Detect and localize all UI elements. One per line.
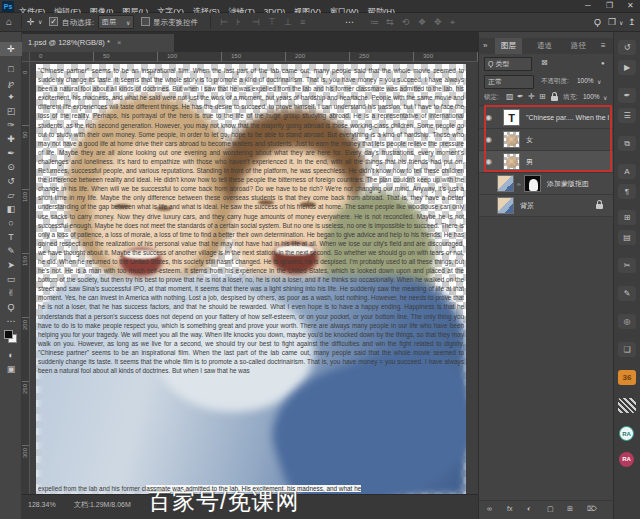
target-icon[interactable]: ⌖ — [450, 13, 455, 31]
swap-icon[interactable]: ⇆ — [386, 13, 394, 31]
pen-tool[interactable]: ✎ — [0, 244, 22, 258]
layer-row-background[interactable]: 背景 — [479, 195, 614, 217]
more-tools-icon[interactable]: ⋯ — [0, 314, 22, 328]
distribute-icon[interactable]: ≔ — [370, 13, 379, 31]
history-brush-tool[interactable]: ↺ — [0, 174, 22, 188]
align-bottom-icon[interactable]: ⊥ — [284, 13, 292, 31]
align-left-icon[interactable]: ⊢ — [220, 13, 228, 31]
panel-menu-icon[interactable]: ≡ — [601, 40, 606, 52]
filter-type-icon[interactable]: ⊠ — [541, 57, 548, 69]
align-center-h-icon[interactable]: ⊦ — [236, 13, 241, 31]
tab-paths[interactable]: 路径 — [565, 38, 592, 54]
warp-icon[interactable]: ❖ — [418, 13, 426, 31]
opacity-value[interactable]: 100% — [577, 74, 594, 88]
layer-name[interactable]: 添加蒙版抠图 — [547, 177, 589, 191]
stripes-plugin-icon[interactable] — [618, 398, 636, 413]
lock-artboard-icon[interactable]: ⊞ — [539, 91, 546, 103]
info-icon[interactable]: ⊞ — [618, 210, 636, 225]
transform-icon[interactable]: ✥ — [434, 13, 442, 31]
close-button[interactable]: ✕ — [627, 0, 634, 12]
hand-tool[interactable]: ✌ — [0, 286, 22, 300]
fill-value[interactable]: 100% — [583, 90, 600, 104]
align-middle-icon[interactable]: ≡ — [300, 13, 305, 31]
eraser-tool[interactable]: ▱ — [0, 188, 22, 202]
more-options-icon[interactable]: ⋯ — [345, 13, 354, 31]
zoom-tool[interactable]: Ϙ — [0, 300, 22, 314]
lock-all-icon[interactable] — [551, 96, 558, 101]
tab-channels[interactable]: 通道 — [531, 38, 558, 54]
marquee-tool[interactable]: □ — [0, 62, 22, 76]
type-tool[interactable]: T — [0, 230, 22, 244]
clone-source-icon[interactable]: ⧉ — [618, 136, 636, 151]
chevron-down-icon[interactable]: ∨ — [619, 14, 623, 32]
lock-position-icon[interactable]: ✛ — [528, 91, 535, 103]
layer-filter-kind[interactable]: Ϙ 类型 — [484, 57, 532, 71]
tab-layers[interactable]: 图层 — [495, 38, 522, 54]
search-icon[interactable]: Ϙ — [594, 13, 601, 31]
gradient-tool[interactable]: ◧ — [0, 202, 22, 216]
actions-icon[interactable]: ▶ — [618, 60, 636, 75]
align-right-icon[interactable]: ⊣ — [252, 13, 260, 31]
adjustments-icon[interactable]: ✂ — [618, 258, 636, 273]
link-layers-icon[interactable]: ∞ — [487, 503, 492, 515]
shape-tool[interactable]: ▭ — [0, 272, 22, 286]
layer-name[interactable]: 背景 — [520, 199, 534, 213]
eyedropper-tool[interactable]: ✑ — [0, 118, 22, 132]
collapse-panels-icon[interactable]: » — [483, 40, 487, 52]
share-icon[interactable]: ↥ — [628, 13, 636, 31]
new-layer-icon[interactable]: ⊞ — [567, 503, 573, 515]
path-select-tool[interactable]: ➤ — [0, 258, 22, 272]
chevron-down-icon[interactable]: ∨ — [597, 76, 601, 88]
properties-icon[interactable]: ✎ — [618, 286, 636, 301]
minimize-button[interactable]: ─ — [585, 0, 591, 12]
layer-thumbnail[interactable] — [497, 197, 514, 214]
screen-mode-icon[interactable]: ▣ — [0, 362, 22, 376]
brush-settings-icon[interactable]: ☰ — [618, 108, 636, 123]
maximize-button[interactable]: ❐ — [606, 0, 613, 12]
delete-layer-icon[interactable]: ⌦ — [587, 503, 597, 515]
ra-teal-plugin-icon[interactable]: RA — [619, 426, 634, 441]
lock-transparency-icon[interactable]: ▨ — [506, 91, 514, 103]
align-top-icon[interactable]: ⊤ — [268, 13, 276, 31]
mask-link-icon[interactable]: ∞ — [517, 181, 521, 187]
add-mask-icon[interactable]: ◐ — [527, 503, 531, 515]
move-tool-icon[interactable]: ✛ — [27, 13, 35, 31]
foreground-color-swatch[interactable] — [4, 330, 13, 339]
character-icon[interactable]: A — [618, 164, 636, 179]
show-transform-checkbox[interactable] — [141, 17, 150, 26]
canvas[interactable]: "Chinese partner" seems to be an inspira… — [36, 64, 466, 494]
history-icon[interactable]: ↺ — [618, 40, 636, 55]
orange-plugin-icon[interactable]: 36 — [618, 370, 636, 385]
filter-toggle-icon[interactable]: ● — [601, 57, 605, 69]
rotate-icon[interactable]: ⟲ — [402, 13, 410, 31]
quick-mask-icon[interactable]: ◐ — [0, 348, 22, 362]
zoom-level[interactable]: 128.34% — [28, 497, 56, 513]
clone-stamp-tool[interactable]: ⊙ — [0, 160, 22, 174]
new-fill-layer-icon[interactable]: ▢ — [547, 503, 554, 515]
brush-icon[interactable]: ✒ — [618, 88, 636, 103]
home-icon[interactable]: ⌂ — [6, 13, 12, 31]
quick-selection-tool[interactable]: ✦ — [0, 90, 22, 104]
layer-mask-thumbnail[interactable] — [524, 175, 541, 192]
ra-pink-plugin-icon[interactable]: RA — [619, 452, 634, 467]
workspace-icon[interactable]: ❐ — [608, 13, 616, 31]
lasso-tool[interactable]: ℘ — [0, 76, 22, 90]
chevron-down-icon[interactable]: ∨ — [603, 92, 607, 104]
navigator-icon[interactable]: ◎ — [618, 314, 636, 329]
auto-select-checkbox[interactable]: ✓ — [49, 17, 58, 26]
document-tab[interactable]: 1.psd @ 128%(RGB/8) * × — [22, 34, 174, 52]
move-tool[interactable]: ✛ — [0, 42, 22, 56]
crop-tool[interactable]: ◰ — [0, 104, 22, 118]
layer-thumbnail[interactable] — [497, 175, 514, 192]
layer-style-icon[interactable]: fx — [507, 503, 512, 515]
chevron-down-icon[interactable]: ∨ — [126, 14, 130, 32]
tab-close-icon[interactable]: × — [117, 38, 121, 47]
brush-tool[interactable]: ✒ — [0, 146, 22, 160]
libraries-icon[interactable]: ▤ — [618, 230, 636, 245]
healing-brush-tool[interactable]: ✚ — [0, 132, 22, 146]
chevron-down-icon[interactable]: ∨ — [38, 13, 42, 31]
new-doc-icon[interactable]: ❏ — [618, 342, 636, 357]
document-info[interactable]: 文档:1.29M/8.06M — [74, 497, 131, 513]
lock-pixels-icon[interactable]: ✒ — [517, 91, 524, 103]
blend-mode-dropdown[interactable]: 正常 — [484, 75, 534, 89]
